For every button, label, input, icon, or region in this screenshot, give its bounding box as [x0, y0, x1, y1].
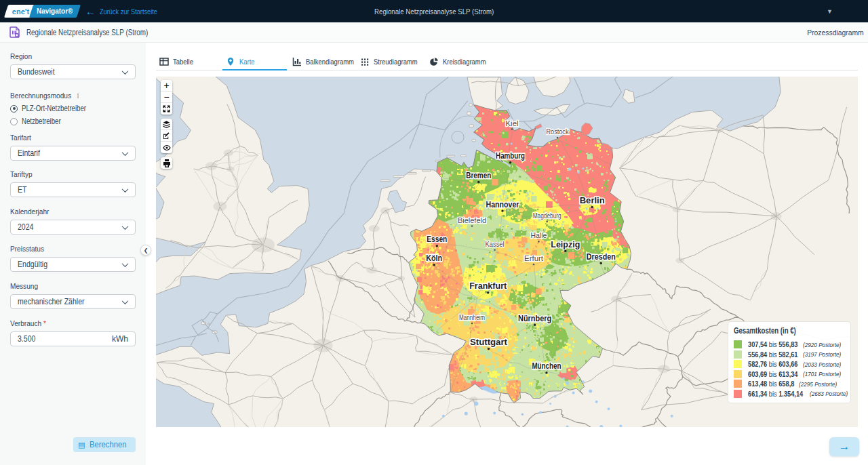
svg-text:Bielefeld: Bielefeld — [458, 216, 486, 224]
svg-text:Frankfurt: Frankfurt — [469, 281, 507, 291]
svg-text:Erfurt: Erfurt — [524, 254, 543, 262]
svg-text:Hannover: Hannover — [486, 199, 519, 209]
svg-text:Kassel: Kassel — [486, 240, 505, 248]
svg-text:Rostock: Rostock — [547, 127, 570, 136]
svg-text:Hamburg: Hamburg — [496, 150, 525, 161]
svg-text:Stuttgart: Stuttgart — [470, 337, 508, 347]
svg-text:Essen: Essen — [427, 234, 447, 244]
svg-text:Halle: Halle — [530, 231, 547, 239]
svg-text:Kiel: Kiel — [506, 119, 519, 127]
svg-text:Bremen: Bremen — [466, 170, 491, 180]
svg-text:München: München — [532, 361, 561, 371]
svg-text:Leipzig: Leipzig — [551, 239, 580, 249]
svg-text:Berlin: Berlin — [580, 195, 605, 205]
svg-text:Köln: Köln — [426, 253, 442, 263]
svg-text:Magdeburg: Magdeburg — [533, 211, 561, 220]
svg-text:Mannheim: Mannheim — [459, 313, 485, 321]
svg-text:Nürnberg: Nürnberg — [518, 313, 551, 323]
svg-text:Dresden: Dresden — [587, 251, 616, 262]
